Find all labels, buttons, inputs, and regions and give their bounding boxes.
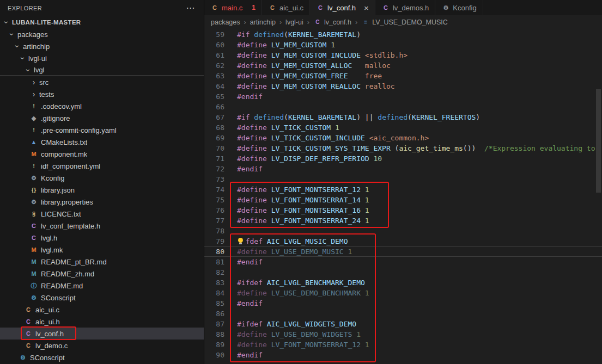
code-line-64[interactable]: 64#define LV_MEM_CUSTOM_REALLOC realloc bbox=[204, 81, 602, 91]
tab-lv_conf.h[interactable]: Clv_conf.h× bbox=[310, 0, 375, 15]
tree-item-Kconfig[interactable]: ⚙Kconfig bbox=[0, 172, 204, 184]
tree-item-LUBAN-LITE-MASTER[interactable]: ›LUBAN-LITE-MASTER bbox=[0, 16, 204, 28]
code-line-65[interactable]: 65#endif bbox=[204, 91, 602, 102]
tree-item-lvgl.mk[interactable]: Mlvgl.mk bbox=[0, 244, 204, 256]
tree-item-artinchip[interactable]: ›artinchip bbox=[0, 40, 204, 52]
code-line-88[interactable]: 88#define LV_USE_DEMO_WIDGETS 1 bbox=[204, 329, 602, 340]
markdown-icon: M bbox=[29, 259, 38, 265]
tree-item-lv_conf.h[interactable]: Clv_conf.h bbox=[0, 328, 204, 340]
tree-item-label: lvgl.h bbox=[41, 234, 57, 242]
code-line-66[interactable]: 66 bbox=[204, 102, 602, 112]
tree-item-library.json[interactable]: {}library.json bbox=[0, 184, 204, 196]
tree-item-aic_ui.c[interactable]: Caic_ui.c bbox=[0, 304, 204, 316]
breadcrumb-item-packages[interactable]: packages bbox=[211, 18, 240, 26]
code-text: #ifdef AIC_LVGL_MUSIC_DEMO bbox=[237, 237, 348, 245]
tree-item-SConscript[interactable]: ⚙SConscript bbox=[0, 292, 204, 304]
code-line-60[interactable]: 60#define LV_MEM_CUSTOM 1 bbox=[204, 40, 602, 50]
line-number: 64 bbox=[204, 82, 224, 90]
line-number: 85 bbox=[204, 299, 224, 307]
explorer-header: EXPLORER ⋯ bbox=[0, 0, 204, 16]
tree-item-src[interactable]: ›src bbox=[0, 76, 204, 88]
chevron-right-icon: › bbox=[29, 78, 38, 86]
lightbulb-icon[interactable] bbox=[235, 236, 245, 246]
code-line-73[interactable]: 73 bbox=[204, 174, 602, 184]
code-line-84[interactable]: 84#define LV_USE_DEMO_BENCHMARK 1 bbox=[204, 288, 602, 298]
tab-label: main.c bbox=[222, 4, 242, 12]
code-line-61[interactable]: 61#define LV_MEM_CUSTOM_INCLUDE <stdlib.… bbox=[204, 50, 602, 60]
tab-main.c[interactable]: Cmain.c1 bbox=[204, 0, 262, 15]
tab-aic_ui.c[interactable]: Caic_ui.c bbox=[262, 0, 310, 15]
code-line-63[interactable]: 63#define LV_MEM_CUSTOM_FREE free bbox=[204, 71, 602, 81]
code-line-69[interactable]: 69#define LV_TICK_CUSTOM_INCLUDE <aic_co… bbox=[204, 133, 602, 143]
code-line-89[interactable]: 89#define LV_FONT_MONTSERRAT_12 1 bbox=[204, 340, 602, 350]
chevron-down-icon: › bbox=[14, 42, 21, 51]
tree-item-.codecov.yml[interactable]: !.codecov.yml bbox=[0, 100, 204, 112]
tree-item-README_pt_BR.md[interactable]: MREADME_pt_BR.md bbox=[0, 256, 204, 268]
tree-item-README.md[interactable]: ⓘREADME.md bbox=[0, 280, 204, 292]
line-number: 73 bbox=[204, 175, 224, 183]
code-line-62[interactable]: 62#define LV_MEM_CUSTOM_ALLOC malloc bbox=[204, 60, 602, 71]
code-line-80[interactable]: 80#define LV_USE_DEMO_MUSIC 1 bbox=[204, 246, 602, 257]
code-text: #ifdef AIC_LVGL_WIDGETS_DEMO bbox=[237, 320, 356, 328]
code-line-82[interactable]: 82 bbox=[204, 267, 602, 277]
tab-Kconfig[interactable]: ⚙Kconfig bbox=[435, 0, 483, 15]
c-header-icon: C bbox=[24, 319, 33, 325]
tree-item-label: tests bbox=[39, 90, 54, 98]
tree-item-packages[interactable]: ›packages bbox=[0, 28, 204, 40]
code-line-76[interactable]: 76#define LV_FONT_MONTSERRAT_16 1 bbox=[204, 205, 602, 215]
tree-item-label: README_zh.md bbox=[41, 270, 94, 278]
code-line-67[interactable]: 67#if defined(KERNEL_BAREMETAL) || defin… bbox=[204, 112, 602, 122]
breadcrumb-separator: › bbox=[355, 18, 357, 26]
code-text: #endif bbox=[237, 165, 263, 173]
code-line-85[interactable]: 85#endif bbox=[204, 298, 602, 309]
code-editor[interactable]: 59#if defined(KERNEL_BAREMETAL)60#define… bbox=[204, 29, 602, 364]
tree-item-lvgl-ui[interactable]: ›lvgl-ui bbox=[0, 52, 204, 64]
breadcrumb-item-LV_USE_DEMO_MUSIC[interactable]: ≡LV_USE_DEMO_MUSIC bbox=[361, 18, 448, 26]
scons-icon: ⚙ bbox=[29, 295, 38, 301]
code-line-81[interactable]: 81#endif bbox=[204, 257, 602, 267]
more-actions-icon[interactable]: ⋯ bbox=[186, 4, 195, 13]
code-line-77[interactable]: 77#define LV_FONT_MONTSERRAT_24 1 bbox=[204, 215, 602, 226]
code-line-75[interactable]: 75#define LV_FONT_MONTSERRAT_14 1 bbox=[204, 195, 602, 205]
tree-item-LICENCE.txt[interactable]: §LICENCE.txt bbox=[0, 208, 204, 220]
code-line-86[interactable]: 86 bbox=[204, 309, 602, 319]
breadcrumb-item-lvgl-ui[interactable]: lvgl-ui bbox=[285, 18, 303, 26]
code-text: #define LV_USE_DEMO_BENCHMARK 1 bbox=[237, 289, 369, 297]
markdown-icon: M bbox=[29, 271, 38, 277]
vscode-window: EXPLORER ⋯ ›LUBAN-LITE-MASTER›packages›a… bbox=[0, 0, 602, 364]
code-line-68[interactable]: 68#define LV_TICK_CUSTOM 1 bbox=[204, 122, 602, 133]
tree-item-lvgl[interactable]: ›lvgl bbox=[0, 64, 204, 76]
tree-item-aic_ui.h[interactable]: Caic_ui.h bbox=[0, 316, 204, 328]
tree-item-lv_conf_template.h[interactable]: Clv_conf_template.h bbox=[0, 220, 204, 232]
tab-lv_demos.h[interactable]: Clv_demos.h bbox=[375, 0, 435, 15]
code-line-90[interactable]: 90#endif bbox=[204, 350, 602, 360]
code-line-70[interactable]: 70#define LV_TICK_CUSTOM_SYS_TIME_EXPR (… bbox=[204, 143, 602, 153]
tree-item-idf_component.yml[interactable]: !idf_component.yml bbox=[0, 160, 204, 172]
tree-item-label: .gitignore bbox=[41, 114, 70, 122]
tree-item-README_zh.md[interactable]: MREADME_zh.md bbox=[0, 268, 204, 280]
tree-item-SConscript[interactable]: ⚙SConscript bbox=[0, 351, 204, 363]
code-line-78[interactable]: 78 bbox=[204, 226, 602, 236]
license-icon: § bbox=[29, 211, 38, 217]
tree-item-component.mk[interactable]: Mcomponent.mk bbox=[0, 148, 204, 160]
breadcrumb-item-artinchip[interactable]: artinchip bbox=[250, 18, 276, 26]
code-line-83[interactable]: 83#ifdef AIC_LVGL_BENCHMARK_DEMO bbox=[204, 277, 602, 288]
tree-item-.gitignore[interactable]: ◆.gitignore bbox=[0, 112, 204, 124]
breadcrumb-item-lv_conf.h[interactable]: Clv_conf.h bbox=[313, 18, 351, 26]
tree-item-label: lvgl-ui bbox=[28, 54, 47, 63]
code-line-59[interactable]: 59#if defined(KERNEL_BAREMETAL) bbox=[204, 29, 602, 40]
code-line-72[interactable]: 72#endif bbox=[204, 164, 602, 174]
tree-item-tests[interactable]: ›tests bbox=[0, 88, 204, 100]
code-line-87[interactable]: 87#ifdef AIC_LVGL_WIDGETS_DEMO bbox=[204, 319, 602, 329]
tree-item-CMakeLists.txt[interactable]: ▲CMakeLists.txt bbox=[0, 136, 204, 148]
code-line-74[interactable]: 74#define LV_FONT_MONTSERRAT_12 1 bbox=[204, 184, 602, 195]
tree-item-.pre-commit-config.yaml[interactable]: !.pre-commit-config.yaml bbox=[0, 124, 204, 136]
close-icon[interactable]: × bbox=[364, 4, 369, 12]
code-line-79[interactable]: 79#ifdef AIC_LVGL_MUSIC_DEMO bbox=[204, 236, 602, 246]
tree-item-lv_demo.c[interactable]: Clv_demo.c bbox=[0, 340, 204, 351]
code-line-71[interactable]: 71#define LV_DISP_DEF_REFR_PERIOD 10 bbox=[204, 153, 602, 164]
tree-item-library.properties[interactable]: ⚙library.properties bbox=[0, 196, 204, 208]
c-header-icon: C bbox=[381, 5, 390, 11]
tree-item-lvgl.h[interactable]: Clvgl.h bbox=[0, 232, 204, 244]
tree-item-label: LICENCE.txt bbox=[41, 210, 81, 218]
